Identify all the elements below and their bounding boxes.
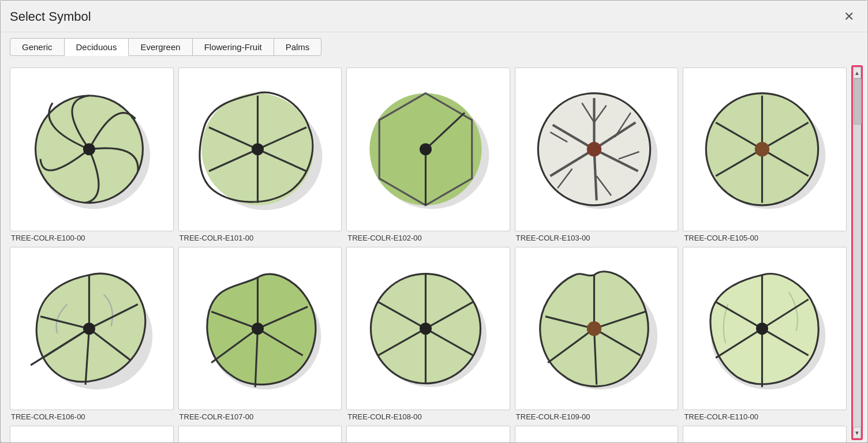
svg-point-3 [83,143,95,155]
svg-point-72 [420,322,432,335]
content-area: TREE-COLR-E100-00 [1,56,867,442]
list-item[interactable] [515,426,679,442]
list-item[interactable]: TREE-COLR-E110-00 [683,247,847,422]
svg-point-45 [755,142,769,156]
svg-point-62 [252,322,264,335]
symbol-image [178,426,342,442]
list-item[interactable]: TREE-COLR-E100-00 [10,67,174,242]
list-item[interactable] [10,426,174,442]
symbol-image [178,67,342,231]
tab-palms[interactable]: Palms [274,38,322,56]
svg-point-88 [756,322,768,335]
tab-deciduous[interactable]: Deciduous [64,38,129,56]
svg-point-12 [252,143,264,155]
dialog-header: Select Symbol ✕ [1,1,867,32]
symbol-image [346,67,510,231]
list-item[interactable]: TREE-COLR-E107-00 [178,247,342,422]
symbol-label: TREE-COLR-E105-00 [683,234,758,242]
list-item[interactable] [683,426,847,442]
symbol-label: TREE-COLR-E110-00 [683,412,758,421]
symbol-image [683,426,847,442]
list-item[interactable]: TREE-COLR-E101-00 [178,67,342,242]
symbol-image [515,426,679,442]
symbol-image [683,67,847,231]
scrollbar-up-button[interactable]: ▲ [853,67,861,78]
symbol-label: TREE-COLR-E101-00 [178,234,254,242]
tab-evergreen[interactable]: Evergreen [128,38,192,56]
list-item[interactable]: TREE-COLR-E108-00 [346,247,510,422]
symbol-grid: TREE-COLR-E100-00 [1,63,851,442]
select-symbol-dialog: Select Symbol ✕ Generic Deciduous Evergr… [0,0,868,443]
symbol-label: TREE-COLR-E109-00 [515,412,590,421]
scrollbar-down-button[interactable]: ▼ [853,427,861,438]
symbol-image [346,426,510,442]
scrollbar-track: ▲ ▼ [851,65,863,440]
svg-point-54 [83,322,95,335]
svg-point-80 [587,321,601,336]
list-item[interactable]: TREE-COLR-E109-00 [515,247,679,422]
symbol-label: TREE-COLR-E102-00 [346,234,422,242]
list-item[interactable] [178,426,342,442]
symbol-label: TREE-COLR-E103-00 [515,234,590,242]
symbol-image [683,247,847,411]
dialog-title: Select Symbol [10,9,91,24]
tab-flowering-fruit[interactable]: Flowering-Fruit [192,38,274,56]
symbol-image [346,247,510,411]
tab-generic[interactable]: Generic [10,38,65,56]
svg-point-35 [587,142,601,156]
list-item[interactable]: TREE-COLR-E106-00 [10,247,174,422]
symbol-label: TREE-COLR-E106-00 [10,412,85,421]
tab-bar: Generic Deciduous Evergreen Flowering-Fr… [1,32,867,56]
close-button[interactable]: ✕ [840,7,858,26]
symbol-image [10,67,174,231]
list-item[interactable]: TREE-COLR-E105-00 [683,67,847,242]
list-item[interactable]: TREE-COLR-E102-00 [346,67,510,242]
symbol-image [515,247,679,411]
symbol-label: TREE-COLR-E107-00 [178,412,254,421]
scrollbar-thumb[interactable] [854,78,862,125]
symbol-label: TREE-COLR-E100-00 [10,234,85,242]
symbol-image [10,247,174,411]
svg-point-18 [420,143,432,155]
symbol-image [515,67,679,231]
symbol-image [10,426,174,442]
symbol-image [178,247,342,411]
list-item[interactable]: TREE-COLR-E103-00 [515,67,679,242]
symbol-label: TREE-COLR-E108-00 [346,412,422,421]
list-item[interactable] [346,426,510,442]
grid-scroll-area: TREE-COLR-E100-00 [1,63,867,442]
